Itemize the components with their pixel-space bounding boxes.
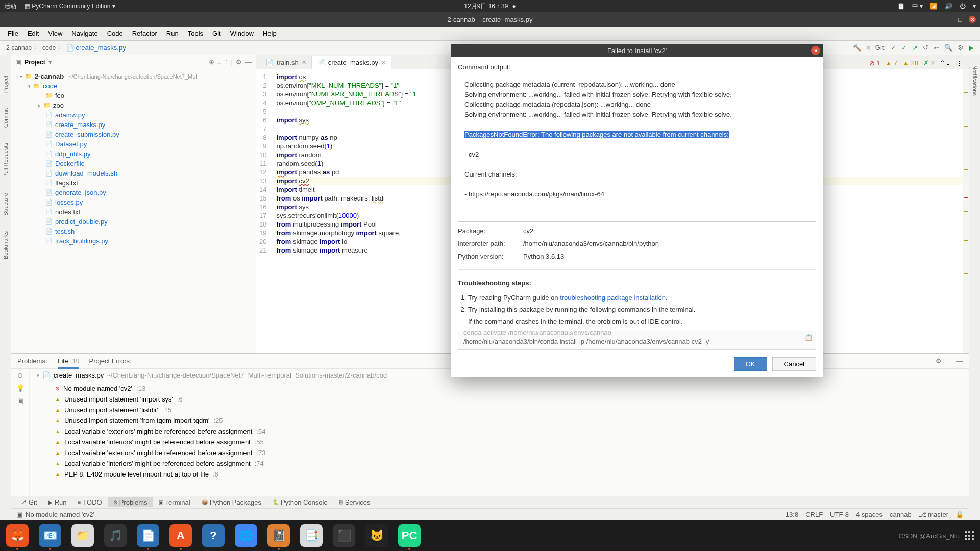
tree-item[interactable]: 📁foo xyxy=(11,91,256,101)
run-icon[interactable]: ▶ xyxy=(969,44,974,52)
tool-window-git[interactable]: ⎇Git xyxy=(15,497,42,507)
tool-window-problems[interactable]: ⊘Problems xyxy=(108,497,153,507)
dock-app[interactable]: 🎵 xyxy=(104,524,127,547)
dock-app[interactable]: A xyxy=(169,524,192,547)
close-icon[interactable]: ✕ xyxy=(302,59,306,66)
build-icon[interactable]: 🔨 xyxy=(853,44,861,52)
tool-tab-commit[interactable]: Commit xyxy=(3,108,9,128)
command-box[interactable]: conda activate /home/niu/anaconda3/envs/… xyxy=(458,331,816,350)
problem-item[interactable]: ▲Unused import statement 'from tqdm impo… xyxy=(30,415,969,426)
breadcrumb[interactable]: 2-cannab xyxy=(6,44,32,52)
select-opened-icon[interactable]: ⊕ xyxy=(209,58,214,66)
history-icon[interactable]: ↺ xyxy=(923,44,928,52)
git-commit-icon[interactable]: ✓ xyxy=(901,44,907,52)
dock-app[interactable]: 📧 xyxy=(39,524,61,547)
chevron-icon[interactable]: ⌃⌄ xyxy=(940,59,951,67)
tool-window-python-packages[interactable]: 📦Python Packages xyxy=(197,497,266,507)
problems-tab[interactable]: Project Errors xyxy=(89,357,130,365)
tree-item[interactable]: 📄losses.py xyxy=(11,197,256,207)
indent[interactable]: 4 spaces xyxy=(856,511,883,518)
collapse-icon[interactable]: ÷ xyxy=(224,58,228,66)
network-icon[interactable]: 📶 xyxy=(930,3,938,10)
menu-refactor[interactable]: Refactor xyxy=(129,29,161,38)
project-tree[interactable]: ▾ 📁 2-cannab ~/ChenLiang-Niu/change-dete… xyxy=(11,69,256,353)
tool-tab-pull-requests[interactable]: Pull Requests xyxy=(3,143,9,178)
problem-item[interactable]: ▲Local variable 'exteriors' might be ref… xyxy=(30,426,969,437)
copy-icon[interactable]: 📋 xyxy=(804,333,813,342)
menu-run[interactable]: Run xyxy=(163,29,182,38)
menu-code[interactable]: Code xyxy=(104,29,127,38)
hide-icon[interactable]: — xyxy=(956,357,963,365)
editor-tab[interactable]: 📄train.sh✕ xyxy=(260,56,311,69)
menu-view[interactable]: View xyxy=(44,29,66,38)
dock-app[interactable]: 📄 xyxy=(137,524,159,547)
git-update-icon[interactable]: ✓ xyxy=(891,44,896,52)
dock-app[interactable]: 🐱 xyxy=(365,524,388,547)
close-icon[interactable]: ✕ xyxy=(811,46,820,55)
problem-item[interactable]: ▲PEP 8: E402 module level import not at … xyxy=(30,469,969,480)
dock-app[interactable]: 📓 xyxy=(267,524,290,547)
interpreter[interactable]: cannab xyxy=(890,511,912,518)
tree-item[interactable]: 📄notes.txt xyxy=(11,207,256,217)
lightbulb-icon[interactable]: 💡 xyxy=(16,384,24,392)
input-method[interactable]: 中 ▾ xyxy=(912,2,923,11)
troubleshoot-link[interactable]: troubleshooting package installation xyxy=(560,294,666,302)
lock-icon[interactable]: 🔒 xyxy=(955,511,964,518)
problem-item[interactable]: ▲Local variable 'exteriors' might be ref… xyxy=(30,447,969,458)
volume-icon[interactable]: 🔊 xyxy=(945,3,952,10)
menu-edit[interactable]: Edit xyxy=(24,29,42,38)
square-icon[interactable]: ▣ xyxy=(17,397,23,405)
tree-item[interactable]: 📄create_masks.py xyxy=(11,120,256,130)
tree-item[interactable]: ▸📁zoo xyxy=(11,101,256,110)
dock-app[interactable]: ⬛ xyxy=(333,524,355,547)
clock[interactable]: 12月9日 16：39 xyxy=(464,2,508,11)
line-separator[interactable]: CRLF xyxy=(805,511,823,518)
dock-app[interactable]: PC xyxy=(398,524,421,547)
rollback-icon[interactable]: ⤺ xyxy=(934,44,939,52)
gear-icon[interactable]: ⚙ xyxy=(936,357,942,365)
problem-item[interactable]: ▲Unused import statement 'listdir':15 xyxy=(30,405,969,415)
dock-app[interactable]: 📁 xyxy=(71,524,94,547)
tree-item[interactable]: 📄generate_json.py xyxy=(11,188,256,197)
tree-item[interactable]: 📄predict_double.py xyxy=(11,217,256,227)
typo-count[interactable]: ✗ 2 xyxy=(923,59,935,67)
tool-window-terminal[interactable]: ▣Terminal xyxy=(154,497,195,507)
command-output[interactable]: Collecting package metadata (current_rep… xyxy=(458,74,816,222)
error-stripe[interactable] xyxy=(963,69,969,353)
menu-navigate[interactable]: Navigate xyxy=(68,29,101,38)
problems-tab[interactable]: File 38 xyxy=(58,357,79,369)
tool-window-python-console[interactable]: 🐍Python Console xyxy=(267,497,333,507)
tool-window-run[interactable]: ▶Run xyxy=(43,497,72,507)
tree-item[interactable]: 📄ddp_utils.py xyxy=(11,149,256,159)
editor-tab[interactable]: 📄create_masks.py✕ xyxy=(311,56,391,69)
problem-item[interactable]: ⊘No module named 'cv2':13 xyxy=(30,383,969,394)
app-menu[interactable]: ▦ PyCharm Community Edition ▾ xyxy=(24,3,115,10)
tool-tab-project[interactable]: Project xyxy=(3,76,9,93)
gear-icon[interactable]: ⚙ xyxy=(958,44,964,52)
tree-item[interactable]: 📄track_buildings.py xyxy=(11,236,256,246)
tool-window-services[interactable]: ⊞Services xyxy=(334,497,376,507)
target-icon[interactable]: ⊙ xyxy=(17,371,23,379)
tool-tab-bookmarks[interactable]: Bookmarks xyxy=(3,231,9,259)
tree-item[interactable]: 📄download_models.sh xyxy=(11,168,256,178)
ok-button[interactable]: OK xyxy=(734,357,767,371)
tool-window-todo[interactable]: ≡TODO xyxy=(72,497,107,507)
menu-help[interactable]: Help xyxy=(259,29,280,38)
activities-button[interactable]: 活动 xyxy=(4,2,16,11)
git-push-icon[interactable]: ↗ xyxy=(912,44,918,52)
warning-count[interactable]: ▲ 7 xyxy=(885,59,897,67)
tree-item[interactable]: 📄adamw.py xyxy=(11,110,256,120)
chevron-down-icon[interactable]: ▾ xyxy=(973,3,976,10)
problem-item[interactable]: ▲Unused import statement 'import sys':6 xyxy=(30,394,969,405)
project-root[interactable]: ▾ 📁 2-cannab ~/ChenLiang-Niu/change-dete… xyxy=(11,71,256,81)
minimize-button[interactable]: – xyxy=(944,16,951,23)
dock-app[interactable]: 📑 xyxy=(300,524,323,547)
menu-file[interactable]: File xyxy=(4,29,22,38)
tree-item[interactable]: 📄test.sh xyxy=(11,227,256,236)
dock-app[interactable]: ? xyxy=(202,524,225,547)
caret-position[interactable]: 13:8 xyxy=(786,511,798,518)
stop-icon[interactable]: ■ xyxy=(866,44,870,52)
tree-item[interactable]: 📄Dockerfile xyxy=(11,159,256,168)
menu-window[interactable]: Window xyxy=(227,29,257,38)
breadcrumb[interactable]: 📄 create_masks.py xyxy=(66,44,126,52)
